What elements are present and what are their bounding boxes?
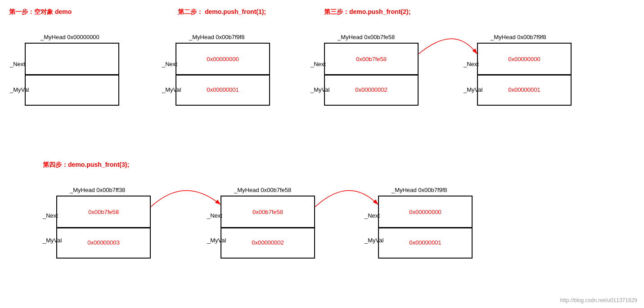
s4n1-next-label: _Next: [43, 212, 58, 219]
page-container: 第一步：空对象 demo _MyHead 0x00000000 _Next _M…: [0, 0, 644, 308]
arrow-s4-1to2: [151, 191, 221, 207]
s3n1-head-label: _MyHead 0x00b7fe58: [338, 34, 395, 40]
s4n3-head-label: _MyHead 0x00b7f9f8: [392, 187, 447, 193]
s4n1-next-value: 0x00b7fe58: [57, 196, 150, 227]
s4n2-next-label: _Next: [207, 212, 222, 219]
s4n2-head-label: _MyHead 0x00b7fe58: [234, 187, 291, 193]
s4n3-myval-value: 0x00000001: [379, 227, 472, 258]
s4n2-next-value: 0x00b7fe58: [221, 196, 314, 227]
s4n3-next-label: _Next: [365, 212, 380, 219]
s4n1-node-box: 0x00b7fe58 0x00000003: [56, 196, 151, 259]
arrow-s4-2to3: [315, 191, 378, 207]
s1-next-label: _Next: [10, 61, 25, 67]
s1-node-box: [25, 43, 119, 106]
s3n1-node-box: 0x00b7fe58 0x00000002: [324, 43, 419, 106]
s4n2-node-box: 0x00b7fe58 0x00000002: [221, 196, 315, 259]
s4n3-node-box: 0x00000000 0x00000001: [378, 196, 473, 259]
s3n1-next-label: _Next: [311, 61, 326, 67]
s3n1-next-value: 0x00b7fe58: [325, 44, 418, 74]
s3n2-next-label: _Next: [464, 61, 479, 67]
s3n1-myval-value: 0x00000002: [325, 74, 418, 105]
step2-label: 第二步： demo.push_front(1);: [178, 8, 266, 16]
s4n1-myval-value: 0x00000003: [57, 227, 150, 258]
s3n2-node-box: 0x00000000 0x00000001: [477, 43, 572, 106]
s4n2-myval-value: 0x00000002: [221, 227, 314, 258]
s4n3-next-value: 0x00000000: [379, 196, 472, 227]
s3n2-next-value: 0x00000000: [478, 44, 571, 74]
s3n2-myval-value: 0x00000001: [478, 74, 571, 105]
s2-next-value: 0x00000000: [176, 44, 269, 74]
s4n1-head-label: _MyHead 0x00b7ff38: [70, 187, 125, 193]
s1-head-label: _MyHead 0x00000000: [41, 34, 99, 40]
step3-label: 第三步：demo.push_front(2);: [324, 8, 410, 16]
s3n2-head-label: _MyHead 0x00b7f9f8: [491, 34, 546, 40]
arrow-s3-1to2: [419, 39, 477, 54]
s2-node-box: 0x00000000 0x00000001: [176, 43, 270, 106]
s2-next-label: _Next: [162, 61, 177, 67]
s2-myval-value: 0x00000001: [176, 74, 269, 105]
step1-label: 第一步：空对象 demo: [9, 8, 72, 16]
s2-head-label: _MyHead 0x00b7f9f8: [189, 34, 245, 40]
watermark: http://blog.csdn.net/u011371629: [560, 297, 637, 304]
step4-label: 第四步：demo.push_front(3);: [43, 161, 129, 169]
